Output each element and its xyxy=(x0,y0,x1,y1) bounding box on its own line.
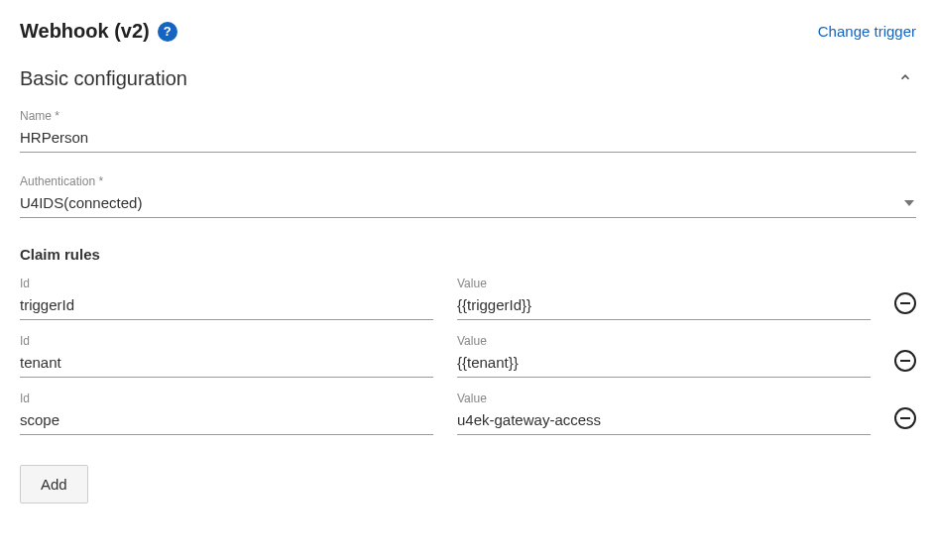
change-trigger-link[interactable]: Change trigger xyxy=(818,23,916,40)
remove-icon[interactable] xyxy=(894,350,916,372)
claim-value-label: Value xyxy=(457,334,871,348)
claim-id-label: Id xyxy=(20,334,433,348)
claim-id-label: Id xyxy=(20,277,433,290)
claim-id-input[interactable] xyxy=(20,407,433,435)
section-title: Basic configuration xyxy=(20,67,187,90)
name-field: Name * xyxy=(20,109,916,153)
claim-row: IdValue xyxy=(20,277,916,320)
claim-id-input[interactable] xyxy=(20,350,433,378)
claim-value-col: Value xyxy=(457,334,871,378)
chevron-up-icon[interactable] xyxy=(894,66,916,91)
claim-rules-title: Claim rules xyxy=(20,246,916,263)
claim-id-col: Id xyxy=(20,334,433,378)
claim-id-label: Id xyxy=(20,392,433,405)
claim-row: IdValue xyxy=(20,392,916,435)
help-icon[interactable]: ? xyxy=(158,22,177,42)
claim-id-input[interactable] xyxy=(20,292,433,320)
remove-icon[interactable] xyxy=(894,292,916,314)
title-text: Webhook (v2) xyxy=(20,20,150,43)
authentication-label: Authentication * xyxy=(20,174,916,188)
authentication-select[interactable] xyxy=(20,190,916,218)
claim-value-input[interactable] xyxy=(457,407,871,435)
claim-row: IdValue xyxy=(20,334,916,378)
claim-value-label: Value xyxy=(457,392,871,405)
claim-id-col: Id xyxy=(20,392,433,435)
claim-id-col: Id xyxy=(20,277,433,320)
claim-rules-list: IdValueIdValueIdValue xyxy=(20,277,916,435)
section-header: Basic configuration xyxy=(20,66,916,91)
add-button[interactable]: Add xyxy=(20,465,88,504)
authentication-field: Authentication * xyxy=(20,174,916,218)
name-label: Name * xyxy=(20,109,916,123)
header-row: Webhook (v2) ? Change trigger xyxy=(20,20,916,43)
name-input[interactable] xyxy=(20,125,916,153)
claim-value-col: Value xyxy=(457,277,871,320)
claim-value-input[interactable] xyxy=(457,292,871,320)
claim-value-label: Value xyxy=(457,277,871,290)
claim-value-input[interactable] xyxy=(457,350,871,378)
remove-icon[interactable] xyxy=(894,407,916,429)
claim-value-col: Value xyxy=(457,392,871,435)
page-title: Webhook (v2) ? xyxy=(20,20,177,43)
